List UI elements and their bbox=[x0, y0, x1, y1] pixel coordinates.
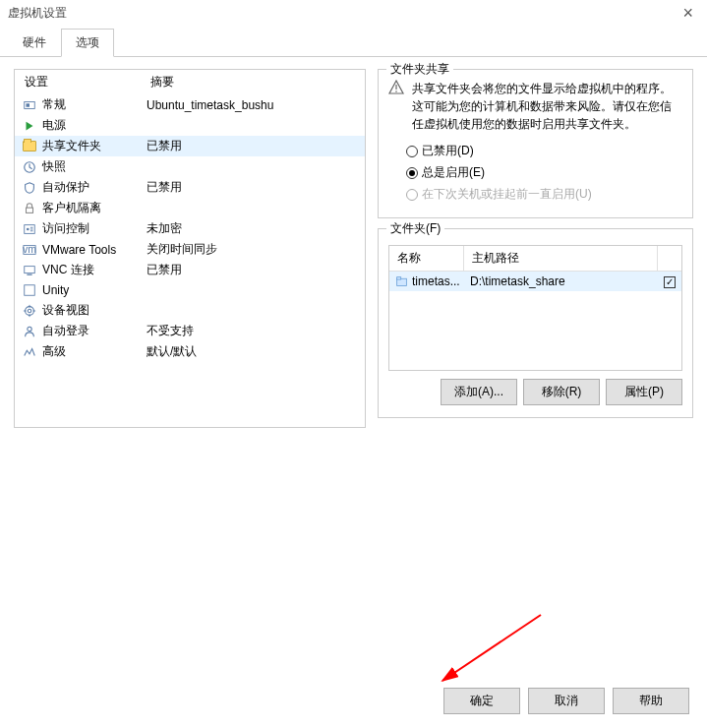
item-summary: 不受支持 bbox=[147, 323, 361, 339]
item-summary: Ubuntu_timetask_bushu bbox=[147, 98, 361, 112]
radio-always[interactable]: 总是启用(E) bbox=[406, 164, 682, 181]
title-bar: 虚拟机设置 × bbox=[0, 0, 707, 26]
svg-text:vm: vm bbox=[23, 243, 36, 255]
remove-button[interactable]: 移除(R) bbox=[523, 379, 600, 405]
item-label: 电源 bbox=[42, 117, 66, 134]
vnc-icon bbox=[21, 263, 38, 278]
item-summary: 默认/默认 bbox=[147, 343, 361, 360]
svg-rect-17 bbox=[397, 276, 401, 278]
item-label: 常规 bbox=[42, 96, 66, 113]
folder-path: D:\timetask_share bbox=[464, 272, 658, 291]
svg-point-15 bbox=[395, 91, 397, 92]
access-icon bbox=[21, 221, 38, 237]
tab-strip: 硬件 选项 bbox=[0, 28, 707, 57]
list-item[interactable]: vmVMware Tools关闭时间同步 bbox=[15, 239, 365, 260]
col-path[interactable]: 主机路径 bbox=[464, 246, 658, 272]
list-item[interactable]: 电源 bbox=[15, 115, 365, 136]
svg-rect-10 bbox=[25, 285, 35, 296]
vm-icon: vm bbox=[21, 242, 38, 258]
list-item[interactable]: Unity bbox=[15, 280, 365, 300]
dialog-buttons: 确定 取消 帮助 bbox=[443, 688, 689, 714]
tab-hardware[interactable]: 硬件 bbox=[8, 29, 61, 57]
item-label: VNC 连接 bbox=[42, 262, 94, 278]
folder-row[interactable]: timetas...D:\timetask_share✓ bbox=[389, 272, 681, 291]
item-summary: 关闭时间同步 bbox=[147, 241, 361, 258]
list-item[interactable]: 自动保护已禁用 bbox=[15, 177, 365, 198]
item-label: 自动登录 bbox=[42, 323, 89, 339]
radio-disabled-label: 已禁用(D) bbox=[422, 143, 474, 159]
snapshot-icon bbox=[21, 159, 38, 175]
window-title: 虚拟机设置 bbox=[8, 5, 67, 22]
list-item[interactable]: 设备视图 bbox=[15, 300, 365, 321]
item-label: Unity bbox=[42, 283, 69, 297]
svg-rect-9 bbox=[27, 273, 31, 274]
warning-icon bbox=[388, 80, 404, 133]
radio-icon bbox=[406, 189, 418, 201]
power-icon bbox=[21, 118, 38, 134]
item-label: 共享文件夹 bbox=[42, 138, 101, 154]
item-label: 自动保护 bbox=[42, 179, 89, 196]
radio-icon bbox=[406, 167, 418, 179]
annotation-arrow bbox=[433, 610, 551, 689]
radio-disabled[interactable]: 已禁用(D) bbox=[406, 143, 682, 159]
svg-rect-3 bbox=[27, 208, 33, 212]
ok-button[interactable]: 确定 bbox=[443, 688, 520, 714]
item-summary: 已禁用 bbox=[147, 138, 361, 154]
advanced-icon bbox=[21, 344, 38, 360]
item-label: 设备视图 bbox=[42, 302, 89, 319]
device-icon bbox=[21, 303, 38, 319]
header-summary: 摘要 bbox=[150, 74, 357, 91]
list-item[interactable]: 访问控制未加密 bbox=[15, 218, 365, 239]
warning-text: 共享文件夹会将您的文件显示给虚拟机中的程序。这可能为您的计算机和数据带来风险。请… bbox=[412, 80, 682, 133]
help-button[interactable]: 帮助 bbox=[613, 688, 689, 714]
properties-button[interactable]: 属性(P) bbox=[606, 379, 682, 405]
item-label: 客户机隔离 bbox=[42, 200, 101, 216]
radio-until: 在下次关机或挂起前一直启用(U) bbox=[406, 186, 682, 203]
gear-icon bbox=[21, 97, 38, 113]
item-summary: 已禁用 bbox=[147, 179, 361, 196]
folders-title: 文件夹(F) bbox=[386, 220, 444, 237]
svg-rect-4 bbox=[25, 224, 35, 233]
svg-point-12 bbox=[28, 309, 31, 313]
list-item[interactable]: 常规Ubuntu_timetask_bushu bbox=[15, 94, 365, 115]
list-item[interactable]: 自动登录不受支持 bbox=[15, 321, 365, 341]
col-name[interactable]: 名称 bbox=[389, 246, 464, 272]
folder-checkbox[interactable]: ✓ bbox=[664, 276, 676, 288]
list-item[interactable]: VNC 连接已禁用 bbox=[15, 260, 365, 280]
folders-group: 文件夹(F) 名称 主机路径 timetas...D:\timetask_sha… bbox=[378, 228, 693, 418]
tab-options[interactable]: 选项 bbox=[61, 29, 114, 57]
list-item[interactable]: 高级默认/默认 bbox=[15, 341, 365, 362]
list-item[interactable]: 客户机隔离 bbox=[15, 198, 365, 218]
item-summary: 未加密 bbox=[147, 220, 361, 237]
folder-icon bbox=[395, 275, 408, 288]
svg-point-11 bbox=[26, 306, 34, 315]
folder-icon bbox=[21, 139, 38, 154]
svg-line-18 bbox=[442, 615, 541, 681]
lock-icon bbox=[21, 201, 38, 216]
svg-point-5 bbox=[27, 227, 29, 230]
svg-rect-1 bbox=[27, 103, 30, 107]
svg-point-13 bbox=[28, 327, 31, 331]
cancel-button[interactable]: 取消 bbox=[528, 688, 605, 714]
radio-always-label: 总是启用(E) bbox=[422, 164, 485, 181]
sharing-title: 文件夹共享 bbox=[386, 61, 453, 78]
item-label: 高级 bbox=[42, 343, 66, 360]
list-header: 设置 摘要 bbox=[15, 70, 365, 94]
sharing-group: 文件夹共享 共享文件夹会将您的文件显示给虚拟机中的程序。这可能为您的计算机和数据… bbox=[378, 69, 693, 218]
list-item[interactable]: 共享文件夹已禁用 bbox=[15, 136, 365, 156]
radio-icon bbox=[406, 146, 418, 157]
item-label: 访问控制 bbox=[42, 220, 89, 237]
item-label: VMware Tools bbox=[42, 243, 116, 257]
radio-until-label: 在下次关机或挂起前一直启用(U) bbox=[422, 186, 592, 203]
unity-icon bbox=[21, 282, 38, 298]
svg-rect-8 bbox=[25, 266, 35, 273]
settings-list: 设置 摘要 常规Ubuntu_timetask_bushu电源共享文件夹已禁用快… bbox=[14, 69, 366, 428]
folders-table: 名称 主机路径 timetas...D:\timetask_share✓ bbox=[388, 245, 682, 371]
close-icon[interactable]: × bbox=[677, 3, 699, 24]
add-button[interactable]: 添加(A)... bbox=[441, 379, 517, 405]
login-icon bbox=[21, 324, 38, 339]
folder-name: timetas... bbox=[412, 274, 460, 288]
list-item[interactable]: 快照 bbox=[15, 156, 365, 177]
header-setting: 设置 bbox=[25, 74, 150, 91]
item-summary: 已禁用 bbox=[147, 262, 361, 278]
